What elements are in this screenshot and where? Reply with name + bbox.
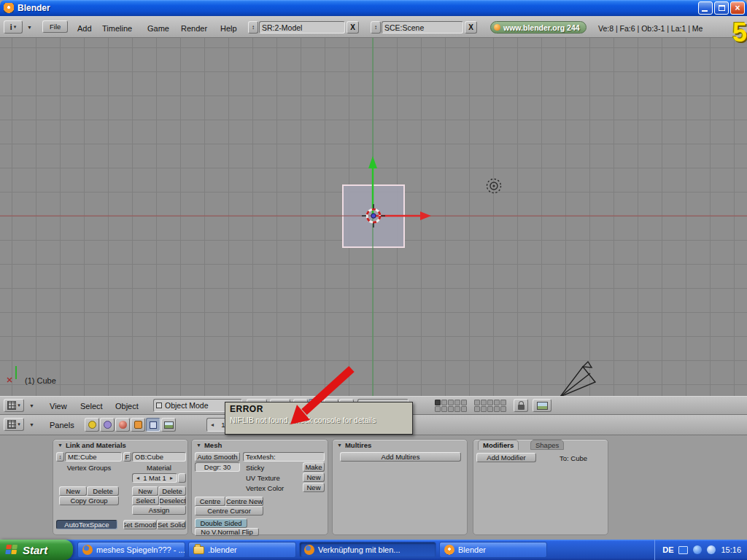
tab-modifiers[interactable]: Modifiers bbox=[478, 440, 519, 450]
panel-collapse-icon[interactable]: ▼ bbox=[337, 443, 342, 448]
3d-viewport[interactable]: (1) Cube bbox=[0, 38, 747, 396]
layer-cell[interactable] bbox=[454, 406, 460, 412]
menu-timeline[interactable]: Timeline bbox=[102, 24, 132, 33]
layer-cell[interactable] bbox=[487, 400, 493, 405]
degr-field[interactable]: Degr: 30 bbox=[195, 462, 240, 472]
texmesh-field[interactable]: TexMesh: bbox=[243, 452, 325, 462]
layer-cell[interactable] bbox=[454, 400, 460, 405]
panels-menu[interactable]: Panels bbox=[50, 421, 74, 429]
start-button[interactable]: Start bbox=[0, 540, 73, 560]
vgroup-new-button[interactable]: New bbox=[59, 486, 87, 496]
material-delete-button[interactable]: Delete bbox=[158, 486, 186, 496]
add-modifier-button[interactable]: Add Modifier bbox=[476, 453, 536, 462]
taskbar-task-2[interactable]: .blender bbox=[188, 542, 296, 558]
layer-cell[interactable] bbox=[487, 406, 493, 412]
assign-button[interactable]: Assign bbox=[132, 505, 186, 515]
layer-cell[interactable] bbox=[500, 406, 506, 412]
viewport-editor-type-menu[interactable]: ▾ bbox=[4, 399, 24, 412]
no-vnormal-flip-toggle[interactable]: No V.Normal Flip bbox=[195, 528, 259, 536]
tab-shapes[interactable]: Shapes bbox=[530, 440, 564, 450]
taskbar-task-3[interactable]: Verknüpfung mit blen... bbox=[299, 542, 436, 558]
layer-cell[interactable] bbox=[441, 406, 447, 412]
layer-cell[interactable] bbox=[474, 406, 480, 412]
layer-lock-button[interactable] bbox=[514, 399, 528, 412]
render-preview-button[interactable] bbox=[533, 399, 551, 412]
screen-name-field[interactable]: SR:2-Model bbox=[259, 21, 345, 34]
object-context-button[interactable] bbox=[131, 418, 145, 432]
taskbar-task-1[interactable]: meshes Spiegeln??? - ... bbox=[77, 542, 185, 558]
tray-network-icon[interactable] bbox=[678, 546, 688, 554]
set-solid-button[interactable]: Set Solid bbox=[157, 520, 186, 529]
menu-view[interactable]: View bbox=[50, 402, 67, 411]
object-name-field[interactable]: OB:Cube bbox=[132, 452, 186, 462]
mesh-browse-button[interactable]: ↕ bbox=[56, 452, 64, 462]
layer-cell[interactable] bbox=[435, 406, 441, 412]
lamp-object[interactable] bbox=[487, 179, 501, 193]
auto-smooth-toggle[interactable]: Auto Smooth bbox=[195, 452, 240, 462]
screen-delete-button[interactable]: X bbox=[347, 21, 359, 34]
layer-cell[interactable] bbox=[448, 406, 454, 412]
scene-name-field[interactable]: SCE:Scene bbox=[382, 21, 463, 34]
step-left-icon[interactable]: ◂ bbox=[209, 421, 215, 428]
centre-cursor-button[interactable]: Centre Cursor bbox=[195, 506, 263, 516]
layer-buttons-group-1[interactable] bbox=[435, 399, 469, 412]
autotexspace-toggle[interactable]: AutoTexSpace bbox=[56, 520, 117, 529]
step-right-icon[interactable]: ▸ bbox=[169, 475, 174, 481]
minimize-button[interactable] bbox=[698, 1, 713, 15]
copy-group-button[interactable]: Copy Group bbox=[59, 496, 119, 505]
tray-update-icon[interactable] bbox=[707, 545, 716, 554]
add-multires-button[interactable]: Add Multires bbox=[340, 452, 461, 462]
scene-context-button[interactable] bbox=[161, 418, 176, 432]
menu-object[interactable]: Object bbox=[115, 402, 139, 411]
uv-new-button[interactable]: New bbox=[303, 472, 325, 482]
select-button[interactable]: Select bbox=[132, 496, 159, 505]
shading-context-button[interactable] bbox=[115, 418, 130, 432]
layer-cell[interactable] bbox=[441, 400, 447, 405]
mesh-name-field[interactable]: ME:Cube bbox=[65, 452, 122, 462]
header-collapse-icon[interactable]: ▼ bbox=[27, 25, 32, 30]
close-button[interactable]: × bbox=[730, 1, 745, 15]
scene-browse-button[interactable]: ↕ bbox=[371, 21, 381, 34]
layer-cell[interactable] bbox=[435, 400, 441, 405]
panel-collapse-icon[interactable]: ▼ bbox=[196, 443, 201, 448]
editor-type-menu[interactable]: i ▾ bbox=[4, 20, 23, 34]
menu-help[interactable]: Help bbox=[220, 24, 237, 33]
scene-delete-button[interactable]: X bbox=[465, 21, 477, 34]
language-indicator[interactable]: DE bbox=[662, 545, 673, 554]
vgroup-delete-button[interactable]: Delete bbox=[87, 486, 119, 496]
taskbar-task-4[interactable]: Blender bbox=[439, 542, 547, 558]
material-index-field[interactable]: ◂ 1 Mat 1 ▸ bbox=[132, 473, 177, 483]
layer-cell[interactable] bbox=[494, 400, 500, 405]
blender-app-icon[interactable] bbox=[4, 3, 14, 13]
buttons-editor-type-menu[interactable]: ▾ bbox=[4, 418, 24, 431]
material-new-button[interactable]: New bbox=[132, 486, 158, 496]
menu-select[interactable]: Select bbox=[80, 402, 103, 411]
buttons-collapse-icon[interactable]: ▼ bbox=[29, 422, 34, 427]
screen-browse-button[interactable]: ↕ bbox=[248, 21, 258, 34]
maximize-button[interactable] bbox=[714, 1, 729, 15]
viewport-collapse-icon[interactable]: ▼ bbox=[29, 403, 34, 408]
centre-button[interactable]: Centre bbox=[195, 497, 225, 506]
step-left-icon[interactable]: ◂ bbox=[135, 475, 141, 481]
layer-cell[interactable] bbox=[494, 406, 500, 412]
menu-file[interactable]: File bbox=[42, 20, 68, 33]
editing-context-button[interactable] bbox=[146, 418, 160, 432]
layer-cell[interactable] bbox=[481, 406, 487, 412]
vcol-new-button[interactable]: New bbox=[303, 483, 325, 492]
double-sided-toggle[interactable]: Double Sided bbox=[195, 518, 247, 528]
sticky-make-button[interactable]: Make bbox=[303, 462, 325, 472]
menu-game[interactable]: Game bbox=[147, 24, 169, 33]
camera-object[interactable] bbox=[560, 362, 595, 396]
fake-user-button[interactable]: F bbox=[123, 452, 131, 462]
script-context-button[interactable] bbox=[100, 418, 115, 432]
panel-collapse-icon[interactable]: ▼ bbox=[58, 443, 63, 448]
centre-new-button[interactable]: Centre New bbox=[225, 497, 263, 506]
set-smooth-button[interactable]: Set Smooth bbox=[123, 520, 157, 529]
layer-cell[interactable] bbox=[461, 400, 467, 405]
layer-cell[interactable] bbox=[474, 400, 480, 405]
menu-add[interactable]: Add bbox=[77, 24, 92, 33]
deselect-button[interactable]: Deselect bbox=[159, 496, 186, 505]
menu-render[interactable]: Render bbox=[181, 24, 207, 33]
tray-volume-icon[interactable] bbox=[693, 545, 702, 554]
window-titlebar[interactable]: Blender × bbox=[0, 0, 747, 16]
